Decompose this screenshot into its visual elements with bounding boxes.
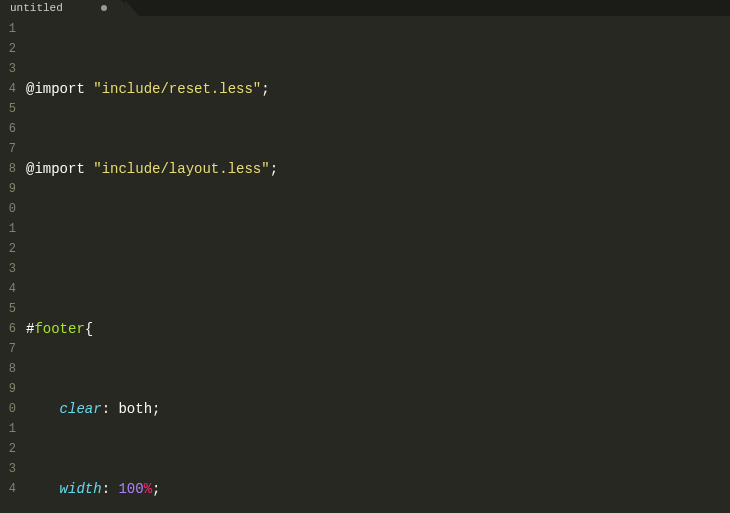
line-number: 3: [0, 259, 18, 279]
line-number: 3: [0, 59, 18, 79]
line-number: 8: [0, 159, 18, 179]
code-line[interactable]: @import "include/reset.less";: [26, 79, 730, 99]
line-number: 1: [0, 19, 18, 39]
code-line[interactable]: #footer{: [26, 319, 730, 339]
line-number: 3: [0, 459, 18, 479]
line-number: 2: [0, 439, 18, 459]
code-line[interactable]: clear: both;: [26, 399, 730, 419]
line-number: 1: [0, 219, 18, 239]
line-number: 6: [0, 119, 18, 139]
editor: 1 2 3 4 5 6 7 8 9 0 1 2 3 4 5 6 7 8 9 0 …: [0, 16, 730, 513]
line-number: 6: [0, 319, 18, 339]
line-number: 2: [0, 239, 18, 259]
line-number: 7: [0, 139, 18, 159]
code-line[interactable]: width: 100%;: [26, 479, 730, 499]
line-number: 8: [0, 359, 18, 379]
code-line[interactable]: @import "include/layout.less";: [26, 159, 730, 179]
line-number: 4: [0, 479, 18, 499]
line-number: 7: [0, 339, 18, 359]
tab-untitled[interactable]: untitled: [0, 0, 125, 16]
line-number: 9: [0, 179, 18, 199]
line-number: 0: [0, 199, 18, 219]
line-number: 1: [0, 419, 18, 439]
line-number: 0: [0, 399, 18, 419]
line-number: 9: [0, 379, 18, 399]
code-area[interactable]: @import "include/reset.less"; @import "i…: [18, 16, 730, 513]
dirty-indicator-icon: [101, 5, 107, 11]
line-number: 2: [0, 39, 18, 59]
line-number: 4: [0, 279, 18, 299]
gutter: 1 2 3 4 5 6 7 8 9 0 1 2 3 4 5 6 7 8 9 0 …: [0, 16, 18, 513]
line-number: 4: [0, 79, 18, 99]
code-line[interactable]: [26, 239, 730, 259]
tab-bar: untitled: [0, 0, 730, 16]
line-number: 5: [0, 99, 18, 119]
line-number: 5: [0, 299, 18, 319]
